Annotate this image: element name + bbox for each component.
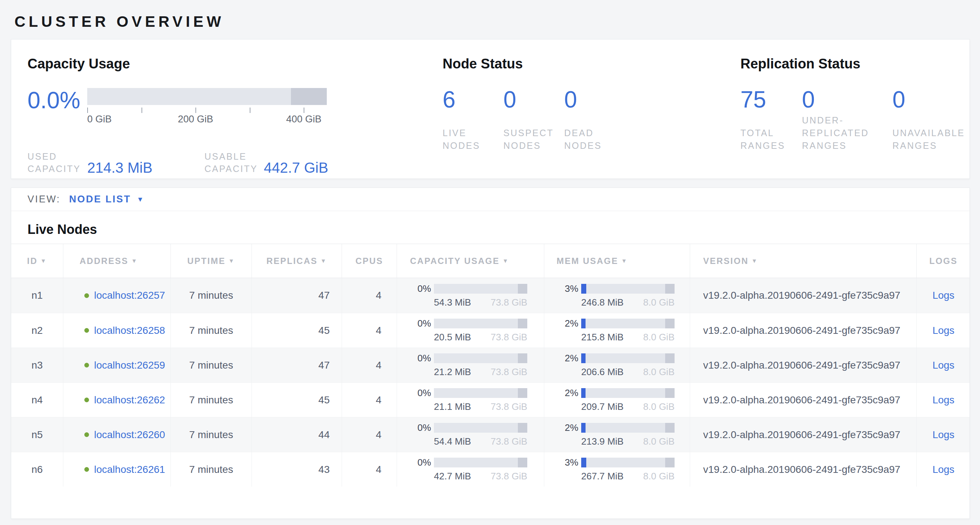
logs-link[interactable]: Logs [932,394,955,406]
node-id: n2 [11,313,63,348]
node-address-link[interactable]: localhost:26261 [94,464,165,476]
gauge-axis [87,105,327,113]
node-address-link[interactable]: localhost:26258 [94,325,165,337]
meter-percent: 2% [555,422,578,433]
meter-fill [581,458,586,468]
meter-used-value: 206.6 MiB [581,366,624,378]
used-capacity-value: 214.3 MiB [87,160,177,175]
stat-label: DEAD NODES [564,127,607,152]
meter-percent: 3% [555,283,578,294]
view-bar: VIEW: NODE LIST ▼ [11,188,969,211]
column-header-mem-usage[interactable]: MEM USAGE▼ [544,244,690,278]
sort-arrow-icon: ▼ [502,258,509,264]
node-status-section: Node Status 6 LIVE NODES 0 SUSPECT NODES… [442,56,740,179]
axis-tick-label: 0 GiB [87,114,112,125]
axis-tick [142,107,142,113]
node-address-link[interactable]: localhost:26262 [94,394,165,406]
meter-bar [434,388,527,398]
capacity-meter: 0% 20.5 MiB 73.8 GiB [397,313,544,348]
axis-tick-label: 200 GiB [178,114,213,125]
node-address-link[interactable]: localhost:26259 [94,359,165,371]
meter-percent: 2% [555,353,578,364]
stat-label: SUSPECT NODES [503,127,546,152]
meter-percent: 0% [408,422,431,433]
table-row: n3 localhost:26259 7 minutes 47 4 0% 21.… [11,348,969,382]
node-uptime: 7 minutes [170,383,251,417]
meter-percent: 0% [408,318,431,329]
node-version: v19.2.0-alpha.20190606-2491-gfe735c9a97 [690,383,916,417]
meter-percent: 2% [555,318,578,329]
capacity-percent: 0.0% [27,89,87,125]
logs-link[interactable]: Logs [932,464,955,476]
meter-total-value: 73.8 GiB [491,471,527,482]
node-version: v19.2.0-alpha.20190606-2491-gfe735c9a97 [690,313,916,348]
meter-fill [581,284,586,294]
meter-total-value: 8.0 GiB [643,332,675,343]
column-header-cpus: CPUS [342,244,397,278]
stat-value: 75 [740,88,802,111]
under-replicated-ranges-stat: 0 UNDER-REPLICATED RANGES [802,88,892,152]
node-replicas: 43 [251,452,342,487]
capacity-meter: 0% 21.1 MiB 73.8 GiB [397,383,544,417]
stat-label: TOTAL RANGES [740,127,784,152]
mem-meter: 2% 213.9 MiB 8.0 GiB [544,418,690,452]
axis-tick-label: 400 GiB [286,114,322,125]
node-id: n1 [11,278,63,313]
table-row: n6 localhost:26261 7 minutes 43 4 0% 42.… [11,452,969,487]
meter-bar [581,319,675,329]
mem-meter: 3% 267.7 MiB 8.0 GiB [544,452,690,487]
live-status-dot [84,467,89,472]
meter-total-value: 8.0 GiB [643,471,675,482]
meter-bar [434,458,527,468]
meter-total-value: 8.0 GiB [643,401,675,412]
stat-value: 6 [442,88,503,111]
meter-dark-segment [518,423,527,432]
node-cpus: 4 [342,348,397,382]
capacity-gauge: 0 GiB 200 GiB 400 GiB [87,88,327,125]
logs-link[interactable]: Logs [932,325,955,337]
meter-total-value: 73.8 GiB [491,401,527,412]
meter-dark-segment [665,284,675,294]
live-nodes-title: Live Nodes [11,211,969,244]
dead-nodes-stat: 0 DEAD NODES [564,88,625,152]
meter-used-value: 267.7 MiB [581,471,624,482]
node-id: n3 [11,348,63,382]
meter-total-value: 73.8 GiB [491,332,527,343]
used-capacity-label: USED CAPACITY [27,151,87,175]
meter-total-value: 73.8 GiB [491,297,527,308]
live-status-dot [84,293,89,298]
node-address-link[interactable]: localhost:26260 [94,429,165,440]
axis-tick [250,107,250,113]
meter-used-value: 54.4 MiB [434,436,471,447]
gauge-track [87,88,327,105]
axis-tick [87,107,88,113]
table-row: n2 localhost:26258 7 minutes 45 4 0% 20.… [11,313,969,348]
meter-used-value: 21.1 MiB [434,401,471,412]
column-header-version[interactable]: VERSION▼ [690,244,916,278]
mem-meter: 2% 215.8 MiB 8.0 GiB [544,313,690,348]
column-header-address[interactable]: ADDRESS▼ [63,244,170,278]
node-uptime: 7 minutes [170,348,251,382]
logs-link[interactable]: Logs [932,359,955,371]
meter-dark-segment [518,388,527,398]
column-header-replicas[interactable]: REPLICAS▼ [251,244,342,278]
logs-link[interactable]: Logs [932,290,955,301]
meter-dark-segment [665,388,675,398]
node-list-dropdown[interactable]: NODE LIST ▼ [69,194,145,205]
node-address-link[interactable]: localhost:26257 [94,290,165,301]
meter-bar [434,353,527,363]
node-cpus: 4 [342,383,397,417]
capacity-meter: 0% 21.2 MiB 73.8 GiB [397,348,544,382]
meter-percent: 0% [408,283,431,294]
meter-fill [581,388,585,398]
node-id: n4 [11,383,63,417]
node-uptime: 7 minutes [170,452,251,487]
column-header-id[interactable]: ID▼ [11,244,63,278]
logs-link[interactable]: Logs [932,429,955,440]
stat-label: UNAVAILABLE RANGES [892,127,965,152]
meter-used-value: 54.3 MiB [434,297,471,308]
column-header-capacity-usage[interactable]: CAPACITY USAGE▼ [397,244,544,278]
chevron-down-icon: ▼ [137,196,145,203]
column-header-uptime[interactable]: UPTIME▼ [170,244,251,278]
meter-percent: 0% [408,388,431,399]
